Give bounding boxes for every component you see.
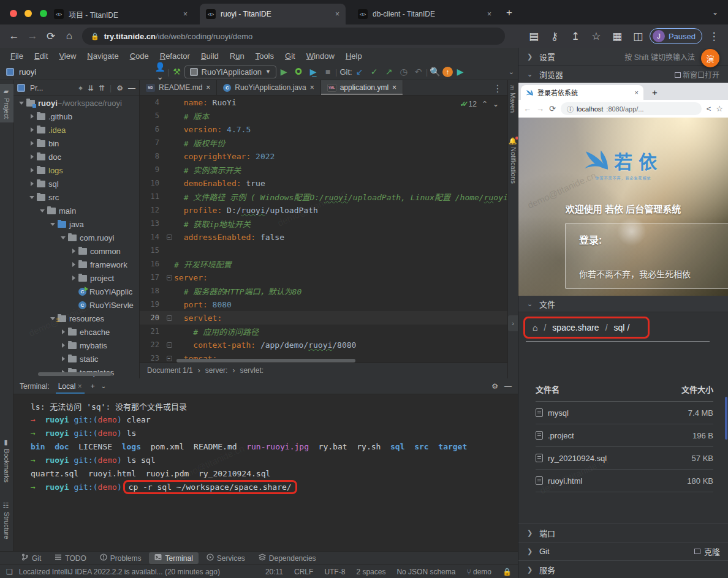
tree-horizontal-scrollbar[interactable] <box>38 372 112 376</box>
tree-chevron-icon[interactable] <box>29 154 35 160</box>
side-panel-icon[interactable]: ◫ <box>629 30 647 43</box>
browser-tab[interactable]: <t>ruoyi - TitanIDE× <box>200 4 346 24</box>
browser-section-header[interactable]: ⌄ 浏览器 新窗口打开 <box>518 66 728 83</box>
tree-chevron-icon[interactable] <box>29 167 35 173</box>
preview-tab[interactable]: 登录若依系统 × <box>521 85 643 100</box>
terminal-output[interactable]: ls: 无法访问 'sq': 没有那个文件或目录→ ruoyi git:(dem… <box>13 394 518 494</box>
maximize-window-button[interactable] <box>40 10 47 17</box>
info-icon[interactable]: ⓘ <box>567 104 574 114</box>
window-controls[interactable] <box>10 9 52 20</box>
editor-tabs-kebab-icon[interactable]: ⋮ <box>493 83 502 94</box>
tree-chevron-icon[interactable] <box>39 208 45 214</box>
editor-tab-close-icon[interactable]: × <box>392 83 396 92</box>
toolbar-project-name[interactable]: ruoyi <box>19 67 36 77</box>
stripe-structure-tab[interactable]: ☷ Structure <box>2 501 10 539</box>
clone-button[interactable]: 克隆 <box>694 546 720 557</box>
editor-tab-application-yml[interactable]: YMLapplication.yml× <box>321 80 403 95</box>
stripe-notifications-tab[interactable]: 🔔 Notifications <box>509 137 517 184</box>
breadcrumb-0[interactable]: Document 1/1 <box>147 366 193 375</box>
code-line-4[interactable]: 4 name: RuoYi <box>140 96 507 109</box>
file-row-mysql[interactable]: mysql7.4 MB <box>536 402 713 424</box>
search-everywhere-icon[interactable]: 🔍 <box>428 67 442 77</box>
stripe-bookmarks-tab[interactable]: ▮ Bookmarks <box>2 438 10 482</box>
upgrade-icon[interactable]: ↑ <box>442 67 453 77</box>
tab-close-icon[interactable]: × <box>335 10 339 18</box>
preview-tab-close-icon[interactable]: × <box>635 89 639 96</box>
menu-edit[interactable]: Edit <box>29 51 53 61</box>
tree-chevron-icon[interactable] <box>29 140 35 146</box>
tree-item-main[interactable]: main <box>13 204 139 217</box>
code-line-20[interactable]: 20− servlet: <box>140 311 507 325</box>
menu-build[interactable]: Build <box>195 51 224 61</box>
panel-settings-gear-icon[interactable]: ⚙ <box>116 84 123 92</box>
tree-item-ehcache[interactable]: ehcache <box>13 325 139 339</box>
user-accounts-icon[interactable]: 👤⌄ <box>153 62 167 81</box>
terminal-settings-gear-icon[interactable]: ⚙ <box>491 382 498 391</box>
preview-back-icon[interactable]: ← <box>523 104 531 113</box>
hide-panel-icon[interactable]: — <box>128 84 135 92</box>
code-line-10[interactable]: 10 demoEnabled: true <box>140 176 507 190</box>
preview-new-tab-button[interactable]: + <box>652 87 658 97</box>
profile-paused-pill[interactable]: J Paused <box>650 28 702 44</box>
toolwindow-dependencies[interactable]: Dependencies <box>253 552 322 564</box>
editor-tab-close-icon[interactable]: × <box>206 83 210 92</box>
editor-tab-RuoYiApplication-java[interactable]: CRuoYiApplication.java× <box>217 80 320 95</box>
titanide-icon[interactable]: ▶ <box>453 67 468 77</box>
code-line-21[interactable]: 21 # 应用的访问路径 <box>140 325 507 338</box>
expand-all-icon[interactable]: ⇊ <box>88 84 94 92</box>
stripe-maven-tab[interactable]: m Maven <box>509 85 517 113</box>
share-icon[interactable]: ↥ <box>566 30 585 43</box>
browser-tab[interactable]: <t>项目 - TitanIDE× <box>48 4 194 24</box>
toolwindow-terminal[interactable]: Terminal <box>149 552 198 564</box>
tree-chevron-icon[interactable] <box>29 127 35 133</box>
tree-item-ruoyiapplic[interactable]: CRuoYiApplic <box>13 285 139 298</box>
run-icon[interactable]: ▶ <box>276 67 291 77</box>
minimize-window-button[interactable] <box>25 10 32 17</box>
tree-chevron-icon[interactable] <box>60 235 66 241</box>
inspection-widget[interactable]: ✓✓12 ⌃ ⌄ <box>460 100 499 108</box>
terminal-tab-local[interactable]: Local × <box>56 379 85 394</box>
code-line-17[interactable]: 17−server: <box>140 271 507 284</box>
file-encoding[interactable]: UTF-8 <box>324 568 345 576</box>
tree-item-java[interactable]: java <box>13 217 139 231</box>
reload-icon[interactable]: ⟳ <box>42 30 60 43</box>
code-line-15[interactable]: 15 <box>140 244 507 257</box>
tree-item-resources[interactable]: resources <box>13 312 139 325</box>
toolwindow-todo[interactable]: TODO <box>49 552 91 564</box>
readonly-lock-icon[interactable]: 🔒 <box>502 568 512 576</box>
menu-file[interactable]: File <box>5 51 29 61</box>
status-window-icon[interactable]: ❏ <box>6 568 13 576</box>
files-scrollbar[interactable] <box>725 397 727 440</box>
code-line-18[interactable]: 18 # 服务器的HTTP端口，默认为80 <box>140 284 507 298</box>
browser-menu-kebab-icon[interactable]: ⋮ <box>705 30 723 43</box>
menu-window[interactable]: Window <box>301 51 340 61</box>
json-schema[interactable]: No JSON schema <box>396 568 455 576</box>
breadcrumb-space-share[interactable]: space.share <box>552 323 599 332</box>
code-line-16[interactable]: 16# 开发环境配置 <box>140 257 507 271</box>
code-line-12[interactable]: 12 profile: D:/ruoyi/uploadPath <box>140 203 507 217</box>
code-line-8[interactable]: 8 copyrightYear: 2022 <box>140 149 507 163</box>
line-separator[interactable]: CRLF <box>294 568 313 576</box>
menu-tools[interactable]: Tools <box>250 51 279 61</box>
section-services[interactable]: ❯服务 <box>518 560 728 578</box>
git-push-icon[interactable]: ↗ <box>382 67 396 77</box>
tree-chevron-icon[interactable] <box>70 248 77 254</box>
menu-code[interactable]: Code <box>124 51 154 61</box>
code-line-11[interactable]: 11 # 文件路径 示例 ( Windows配置D:/ruoyi/uploadP… <box>140 190 507 203</box>
menu-navigate[interactable]: Navigate <box>82 51 124 61</box>
home-icon[interactable]: ⌂ <box>533 323 537 332</box>
git-branch-widget[interactable]: ⑂ demo <box>466 568 491 576</box>
file-row--project[interactable]: .project196 B <box>536 424 713 447</box>
file-row-ruoyi-html[interactable]: ruoyi.html180 KB <box>536 470 713 492</box>
fold-marker-icon[interactable]: − <box>167 356 172 361</box>
tree-item-project[interactable]: project <box>13 271 139 285</box>
breadcrumb-1[interactable]: server: <box>205 366 228 375</box>
tree-chevron-icon[interactable] <box>60 356 66 362</box>
code-line-19[interactable]: 19 port: 8080 <box>140 298 507 311</box>
menu-help[interactable]: Help <box>340 51 368 61</box>
git-commit-icon[interactable]: ✓ <box>367 67 382 77</box>
open-new-window-button[interactable]: 新窗口打开 <box>675 69 719 80</box>
tree-item-common[interactable]: common <box>13 244 139 258</box>
tree-item-framework[interactable]: framework <box>13 258 139 271</box>
editor-tab-close-icon[interactable]: × <box>310 83 314 92</box>
